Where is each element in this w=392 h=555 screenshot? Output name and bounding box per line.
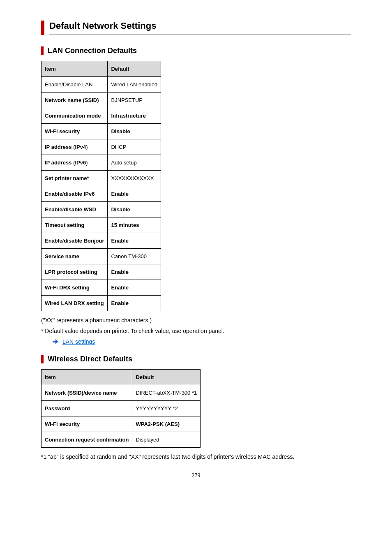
cell-item: Enable/disable Bonjour <box>42 233 108 249</box>
table-row: Enable/disable BonjourEnable <box>42 233 161 249</box>
cell-default: Enable <box>108 186 161 202</box>
cell-default: Infrastructure <box>108 108 161 124</box>
col-header-item: Item <box>42 61 108 77</box>
cell-item: IP address (IPv4) <box>42 139 108 155</box>
page-title-wrap: Default Network Settings <box>41 21 351 35</box>
table-header-row: Item Default <box>42 370 201 385</box>
cell-item: Wi-Fi DRX setting <box>42 280 108 296</box>
link-row: LAN settings <box>53 338 351 345</box>
table-row: Network name (SSID)BJNPSETUP <box>42 92 161 108</box>
cell-default: Canon TM-300 <box>108 249 161 264</box>
cell-item: Network name (SSID) <box>42 92 108 108</box>
col-header-default: Default <box>108 61 161 77</box>
cell-default: Displayed <box>132 432 201 448</box>
cell-default: Enable <box>108 280 161 296</box>
cell-default: Enable <box>108 296 161 311</box>
page-number: 279 <box>41 472 351 479</box>
table-row: Timeout setting15 minutes <box>42 217 161 233</box>
cell-default: Disable <box>108 124 161 139</box>
cell-item: Wi-Fi security <box>42 416 132 432</box>
table-row: Wi-Fi securityWPA2-PSK (AES) <box>42 416 201 432</box>
section1-title-wrap: LAN Connection Defaults <box>41 46 351 55</box>
cell-item: Connection request confirmation <box>42 432 132 448</box>
table-row: LPR protocol settingEnable <box>42 264 161 280</box>
cell-item: Wi-Fi security <box>42 124 108 139</box>
cell-default: Auto setup <box>108 155 161 171</box>
svg-marker-1 <box>55 339 58 344</box>
cell-default: WPA2-PSK (AES) <box>132 416 201 432</box>
table-row: Wi-Fi securityDisable <box>42 124 161 139</box>
cell-default: XXXXXXXXXXXX <box>108 171 161 186</box>
table-row: Enable/disable WSDDisable <box>42 202 161 217</box>
cell-default: 15 minutes <box>108 217 161 233</box>
svg-rect-0 <box>53 341 55 342</box>
cell-item: Enable/disable IPv6 <box>42 186 108 202</box>
cell-default: Enable <box>108 233 161 249</box>
lan-defaults-table: Item Default Enable/Disable LANWired LAN… <box>41 61 161 311</box>
table-row: Wired LAN DRX settingEnable <box>42 296 161 311</box>
lan-settings-link[interactable]: LAN settings <box>62 338 95 345</box>
table-row: Communication modeInfrastructure <box>42 108 161 124</box>
table-row: Network (SSID)/device nameDIRECT-abXX-TM… <box>42 385 201 401</box>
table-header-row: Item Default <box>42 61 161 77</box>
cell-default: Disable <box>108 202 161 217</box>
cell-item: Wired LAN DRX setting <box>42 296 108 311</box>
cell-item: Service name <box>42 249 108 264</box>
table-row: Enable/disable IPv6Enable <box>42 186 161 202</box>
cell-default: Wired LAN enabled <box>108 77 161 92</box>
section1-title: LAN Connection Defaults <box>48 46 351 55</box>
col-header-default: Default <box>132 370 201 385</box>
section2-title: Wireless Direct Defaults <box>48 355 351 363</box>
cell-item: Timeout setting <box>42 217 108 233</box>
table-row: IP address (IPv6)Auto setup <box>42 155 161 171</box>
table-row: IP address (IPv4)DHCP <box>42 139 161 155</box>
arrow-right-icon <box>53 339 58 344</box>
table-row: Connection request confirmationDisplayed <box>42 432 201 448</box>
cell-default: BJNPSETUP <box>108 92 161 108</box>
section2-title-wrap: Wireless Direct Defaults <box>41 355 351 363</box>
cell-item: Enable/Disable LAN <box>42 77 108 92</box>
table-row: Wi-Fi DRX settingEnable <box>42 280 161 296</box>
cell-item: Password <box>42 401 132 416</box>
table-row: PasswordYYYYYYYYYY *2 <box>42 401 201 416</box>
footnote: *1 "ab" is specified at random and "XX" … <box>41 453 351 460</box>
col-header-item: Item <box>42 370 132 385</box>
cell-item: Enable/disable WSD <box>42 202 108 217</box>
cell-default: Enable <box>108 264 161 280</box>
cell-default: YYYYYYYYYY *2 <box>132 401 201 416</box>
wireless-direct-defaults-table: Item Default Network (SSID)/device nameD… <box>41 369 201 448</box>
table-row: Enable/Disable LANWired LAN enabled <box>42 77 161 92</box>
page-title: Default Network Settings <box>49 21 351 35</box>
table-row: Set printer name*XXXXXXXXXXXX <box>42 171 161 186</box>
cell-item: IP address (IPv6) <box>42 155 108 171</box>
cell-item: LPR protocol setting <box>42 264 108 280</box>
table-row: Service nameCanon TM-300 <box>42 249 161 264</box>
note-default-value: * Default value depends on printer. To c… <box>41 328 351 334</box>
note-xx: ("XX" represents alphanumeric characters… <box>41 317 351 324</box>
cell-item: Communication mode <box>42 108 108 124</box>
cell-default: DHCP <box>108 139 161 155</box>
cell-item: Network (SSID)/device name <box>42 385 132 401</box>
cell-default: DIRECT-abXX-TM-300 *1 <box>132 385 201 401</box>
cell-item: Set printer name* <box>42 171 108 186</box>
